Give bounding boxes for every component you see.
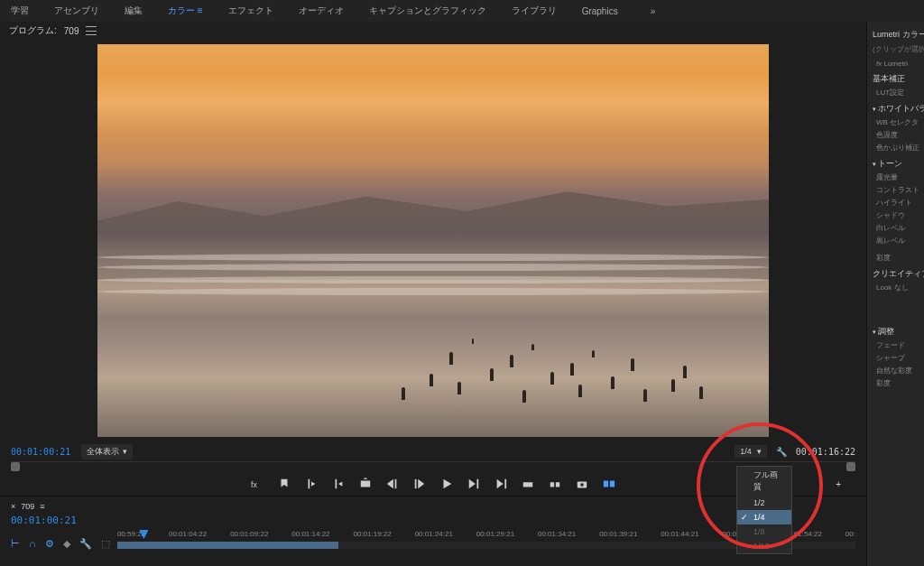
program-ruler[interactable]	[11, 461, 855, 472]
lumetri-lut[interactable]: LUT設定	[873, 88, 919, 97]
zoom-fit-dropdown[interactable]: 全体表示▾	[81, 444, 133, 459]
workspace-tabs: 学習 アセンブリ 編集 カラー ≡ エフェクト オーディオ キャプションとグラフ…	[0, 0, 924, 22]
tab-effects[interactable]: エフェクト	[228, 5, 273, 17]
tab-graphics[interactable]: Graphics	[582, 6, 618, 16]
add-marker-icon[interactable]	[278, 478, 291, 490]
svg-rect-6	[604, 481, 608, 487]
play-icon[interactable]	[440, 478, 453, 490]
sequence-menu-icon[interactable]: ≡	[40, 502, 44, 511]
settings-tool-icon[interactable]: ⬚	[101, 538, 110, 550]
button-editor-icon[interactable]: +	[836, 479, 841, 489]
svg-rect-2	[550, 482, 554, 487]
magnet-icon[interactable]: ∩	[29, 538, 36, 549]
program-name: 709	[64, 26, 79, 36]
program-header: プログラム: 709	[0, 22, 866, 40]
panel-menu-icon[interactable]	[86, 26, 97, 35]
lumetri-creative[interactable]: クリエイティブ	[873, 268, 919, 280]
fx-badge-icon[interactable]: fx	[251, 478, 263, 490]
step-forward-icon[interactable]	[467, 478, 480, 490]
linked-selection-icon[interactable]: ⚙	[45, 538, 54, 550]
wrench-tool-icon[interactable]: 🔧	[79, 538, 92, 550]
tab-color[interactable]: カラー ≡	[168, 5, 203, 17]
resolution-option-eighth[interactable]: 1/8	[737, 524, 791, 539]
go-to-out-icon[interactable]	[494, 478, 507, 490]
settings-wrench-icon[interactable]: 🔧	[776, 447, 787, 457]
snap-icon[interactable]: ⊢	[11, 538, 20, 550]
tab-captions[interactable]: キャプションとグラフィック	[369, 5, 486, 17]
resolution-option-sixteenth[interactable]: 1/16	[737, 539, 791, 553]
svg-rect-7	[610, 481, 614, 487]
lumetri-fx: fx Lumetri	[873, 60, 919, 68]
lumetri-clip-none: (クリップが選択	[873, 44, 919, 54]
lift-icon[interactable]	[522, 478, 534, 490]
marker-tool-icon[interactable]: ◆	[63, 538, 70, 550]
tabs-overflow[interactable]: »	[651, 6, 656, 16]
resolution-option-full[interactable]: フル画質	[737, 467, 791, 496]
timecode-duration[interactable]: 00:01:16:22	[796, 447, 855, 457]
comparison-view-icon[interactable]	[603, 478, 615, 490]
timeline-tools: ⊢ ∩ ⚙ ◆ 🔧 ⬚	[11, 530, 110, 557]
resolution-option-half[interactable]: 1/2	[737, 496, 791, 510]
svg-text:fx: fx	[251, 480, 257, 489]
timecode-current[interactable]: 00:01:00:21	[11, 447, 70, 457]
resolution-dropdown-menu: フル画質 1/2 1/4 1/8 1/16	[736, 466, 792, 554]
timecode-row: 00:01:00:21 全体表示▾ 1/4▾ 🔧 00:01:16:22	[0, 441, 866, 461]
sequence-tab[interactable]: 709	[21, 502, 34, 511]
svg-rect-3	[556, 482, 559, 487]
timeline-timecode[interactable]: 00:01:00:21	[11, 515, 855, 526]
tab-library[interactable]: ライブラリ	[512, 5, 557, 17]
program-monitor	[0, 40, 866, 441]
lumetri-tone-section[interactable]: トーン	[873, 158, 919, 170]
playback-resolution-dropdown[interactable]: 1/4▾	[735, 445, 767, 458]
step-back-icon[interactable]	[413, 478, 426, 490]
tab-learn[interactable]: 学習	[11, 5, 29, 17]
tab-assembly[interactable]: アセンブリ	[54, 5, 99, 17]
sequence-tab-close[interactable]: ×	[11, 502, 15, 511]
resolution-option-quarter[interactable]: 1/4	[737, 510, 791, 524]
mark-out-icon[interactable]	[332, 478, 345, 490]
extract-icon[interactable]	[549, 478, 561, 490]
camera-icon[interactable]	[576, 478, 588, 490]
program-label: プログラム:	[9, 24, 57, 37]
svg-rect-1	[523, 482, 533, 487]
lumetri-basic[interactable]: 基本補正	[873, 73, 919, 85]
tab-audio[interactable]: オーディオ	[299, 5, 344, 17]
lumetri-adjust[interactable]: 調整	[873, 326, 919, 338]
timeline-clip[interactable]	[117, 542, 338, 549]
export-frame-icon[interactable]	[359, 478, 372, 490]
tab-edit[interactable]: 編集	[125, 5, 143, 17]
lumetri-wb-section[interactable]: ホワイトバラ	[873, 103, 919, 115]
mark-in-icon[interactable]	[305, 478, 318, 490]
lumetri-title: Lumetri カラー	[873, 29, 919, 41]
svg-point-5	[580, 483, 584, 487]
video-frame[interactable]	[97, 44, 769, 437]
go-to-in-icon[interactable]	[386, 478, 399, 490]
lumetri-color-panel: Lumetri カラー (クリップが選択 fx Lumetri 基本補正 LUT…	[866, 22, 924, 566]
